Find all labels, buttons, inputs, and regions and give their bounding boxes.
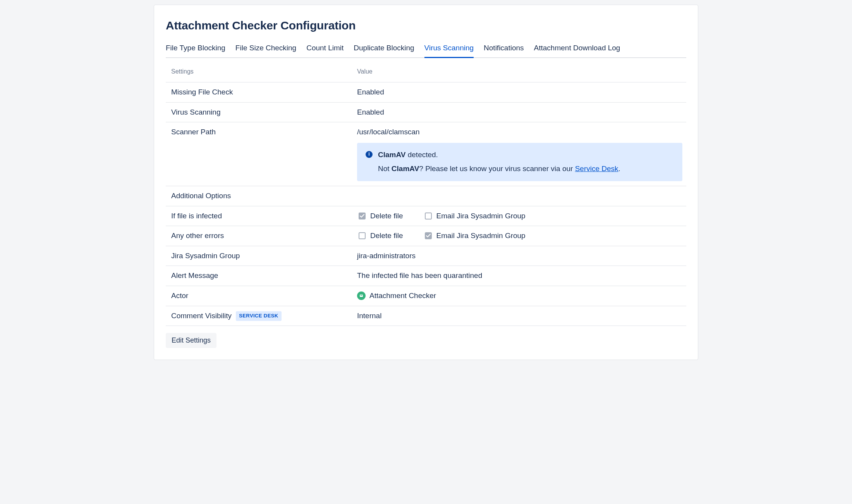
setting-label: Scanner Path: [166, 122, 352, 186]
checkbox-infected-delete[interactable]: [359, 213, 366, 219]
column-header-value: Value: [352, 61, 686, 82]
check-icon: [360, 214, 364, 218]
service-desk-link[interactable]: Service Desk: [575, 165, 618, 173]
table-row-virus-scanning: Virus Scanning Enabled: [166, 102, 686, 122]
setting-label: Actor: [166, 286, 352, 306]
actor-avatar-icon: [357, 291, 366, 300]
info-line2-strong: ClamAV: [392, 165, 419, 173]
edit-settings-button[interactable]: Edit Settings: [166, 333, 216, 348]
setting-label: Comment Visibility SERVICE DESK: [166, 306, 352, 326]
clamav-info-panel: i ClamAV detected. Not ClamAV? Please le…: [357, 143, 682, 181]
tab-attachment-download-log[interactable]: Attachment Download Log: [534, 41, 620, 57]
column-header-settings: Settings: [166, 61, 352, 82]
settings-table: Settings Value Missing File Check Enable…: [166, 61, 686, 326]
table-row-scanner-path: Scanner Path /usr/local/clamscan i ClamA…: [166, 122, 686, 186]
checkbox-label: Delete file: [370, 211, 403, 221]
checkbox-infected-email[interactable]: [425, 213, 432, 219]
config-card: Attachment Checker Configuration File Ty…: [154, 5, 698, 360]
info-line2-pre: Not: [378, 165, 392, 173]
table-row-if-infected: If file is infected Delete file: [166, 206, 686, 226]
info-body: ClamAV detected. Not ClamAV? Please let …: [378, 150, 674, 174]
setting-value: Enabled: [352, 102, 686, 122]
service-desk-badge: SERVICE DESK: [236, 311, 281, 321]
setting-value: The infected file has been quarantined: [352, 266, 686, 286]
tab-duplicate-blocking[interactable]: Duplicate Blocking: [354, 41, 414, 57]
tab-virus-scanning[interactable]: Virus Scanning: [424, 41, 474, 57]
scanner-path-value: /usr/local/clamscan: [357, 128, 420, 136]
table-row-missing-file-check: Missing File Check Enabled: [166, 82, 686, 102]
setting-value: [352, 186, 686, 206]
table-row-any-other-errors: Any other errors Delete file: [166, 226, 686, 246]
setting-value: Attachment Checker: [352, 286, 686, 306]
table-row-actor: Actor Attachment Checker: [166, 286, 686, 306]
info-line2-post: .: [618, 165, 620, 173]
info-line2-mid: ? Please let us know your virus scanner …: [419, 165, 575, 173]
setting-label: Alert Message: [166, 266, 352, 286]
setting-label: Jira Sysadmin Group: [166, 246, 352, 266]
checkbox-label: Email Jira Sysadmin Group: [436, 231, 526, 241]
setting-label: Any other errors: [166, 226, 352, 246]
checkbox-label: Delete file: [370, 231, 403, 241]
setting-label: Additional Options: [166, 186, 352, 206]
setting-value: Delete file Email Jira Sysadmin Group: [352, 226, 686, 246]
setting-value: Delete file Email Jira Sysadmin Group: [352, 206, 686, 226]
checkbox-errors-email[interactable]: [425, 232, 432, 239]
setting-label: If file is infected: [166, 206, 352, 226]
info-icon: i: [366, 151, 373, 158]
table-row-comment-visibility: Comment Visibility SERVICE DESK Internal: [166, 306, 686, 326]
tab-notifications[interactable]: Notifications: [484, 41, 524, 57]
actor-name: Attachment Checker: [369, 291, 436, 301]
tab-bar: File Type Blocking File Size Checking Co…: [166, 41, 686, 58]
comment-visibility-label: Comment Visibility: [171, 312, 232, 320]
setting-value: Enabled: [352, 82, 686, 102]
setting-label: Virus Scanning: [166, 102, 352, 122]
setting-value: /usr/local/clamscan i ClamAV detected. N…: [352, 122, 686, 186]
check-icon: [426, 233, 431, 238]
table-row-sysadmin-group: Jira Sysadmin Group jira-administrators: [166, 246, 686, 266]
checkbox-errors-delete[interactable]: [359, 232, 366, 239]
tab-count-limit[interactable]: Count Limit: [306, 41, 344, 57]
tab-file-size-checking[interactable]: File Size Checking: [235, 41, 296, 57]
checkbox-label: Email Jira Sysadmin Group: [436, 211, 526, 221]
table-row-alert-message: Alert Message The infected file has been…: [166, 266, 686, 286]
page-title: Attachment Checker Configuration: [166, 17, 686, 34]
setting-label: Missing File Check: [166, 82, 352, 102]
setting-value: jira-administrators: [352, 246, 686, 266]
tab-file-type-blocking[interactable]: File Type Blocking: [166, 41, 225, 57]
info-line1-strong: ClamAV: [378, 151, 405, 159]
setting-value: Internal: [352, 306, 686, 326]
info-line1-rest: detected.: [405, 151, 438, 159]
svg-rect-1: [361, 295, 362, 296]
table-row-additional-options: Additional Options: [166, 186, 686, 206]
